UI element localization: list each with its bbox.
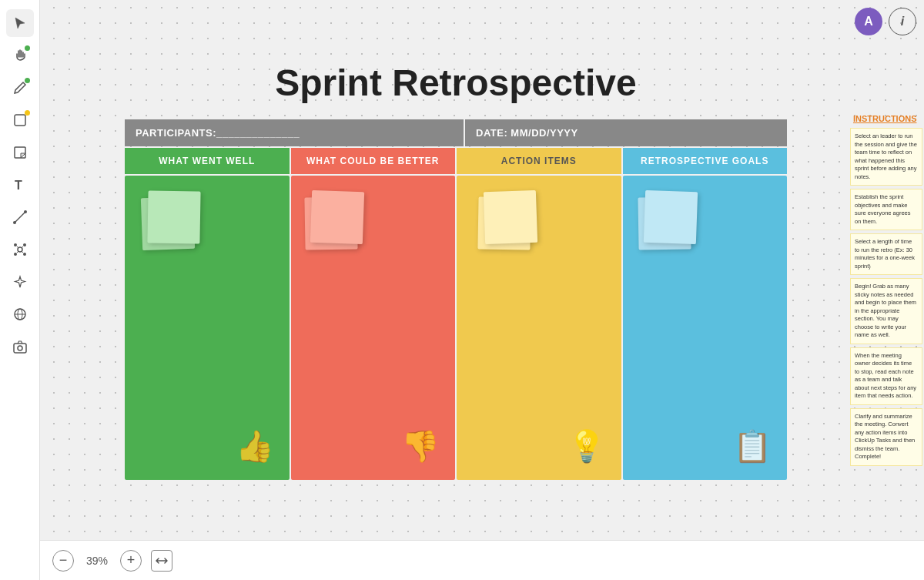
- instruction-step-1: Select an leader to run the session and …: [850, 128, 922, 186]
- columns-header: WHAT WENT WELL WHAT COULD BE BETTER ACTI…: [125, 148, 787, 174]
- instructions-title: INSTRUCTIONS: [850, 114, 922, 123]
- col-header-could-be-better: WHAT COULD BE BETTER: [291, 148, 456, 174]
- instruction-step-5: When the meeting owner decides its time …: [850, 347, 922, 405]
- instructions-panel: INSTRUCTIONS Select an leader to run the…: [850, 114, 922, 469]
- date-bar: DATE: MM/DD/YYYY: [464, 119, 787, 146]
- zoom-decrease-button[interactable]: −: [52, 550, 74, 572]
- svg-text:T: T: [15, 179, 22, 192]
- sticky-note[interactable]: [147, 190, 200, 243]
- left-toolbar: T: [0, 0, 40, 580]
- lightbulb-icon: 💡: [567, 428, 606, 464]
- board-title: Sprint Retrospective: [125, 62, 787, 104]
- top-right-controls: A i: [855, 8, 916, 35]
- svg-rect-0: [15, 115, 25, 126]
- hand-tool[interactable]: [6, 42, 34, 69]
- svg-rect-1: [15, 147, 25, 158]
- svg-point-7: [14, 243, 17, 246]
- svg-rect-18: [14, 344, 26, 353]
- avatar[interactable]: A: [855, 8, 882, 35]
- board-container: Sprint Retrospective PARTICIPANTS:______…: [125, 62, 787, 480]
- info-button[interactable]: i: [889, 8, 916, 35]
- sticky-tool[interactable]: [6, 139, 34, 166]
- thumbs-down-icon: 👎: [401, 428, 440, 464]
- svg-line-12: [22, 246, 23, 248]
- col-body-retro-goals: 📋: [623, 176, 788, 480]
- col-header-action-items: ACTION ITEMS: [457, 148, 621, 174]
- svg-line-11: [17, 246, 18, 248]
- board-header-row: PARTICIPANTS:______________ DATE: MM/DD/…: [125, 119, 787, 146]
- col-body-action-items: 💡: [457, 176, 621, 480]
- col-body-could-be-better: 👎: [291, 176, 456, 480]
- bottom-bar: − 39% +: [40, 540, 924, 580]
- fit-button[interactable]: [151, 550, 172, 572]
- svg-line-3: [15, 212, 25, 223]
- instruction-step-3: Select a length of time to run the retro…: [850, 233, 922, 275]
- ai-tool[interactable]: [6, 268, 34, 296]
- svg-point-5: [24, 210, 27, 213]
- svg-point-8: [23, 243, 26, 246]
- hand-dot: [25, 45, 30, 51]
- svg-point-10: [23, 253, 26, 256]
- canvas-area: Sprint Retrospective PARTICIPANTS:______…: [40, 0, 924, 580]
- pen-dot: [25, 78, 30, 83]
- line-tool[interactable]: [6, 203, 34, 231]
- svg-point-9: [14, 253, 17, 256]
- col-header-went-well: WHAT WENT WELL: [125, 148, 290, 174]
- participants-bar: PARTICIPANTS:______________: [125, 119, 464, 146]
- col-body-went-well: 👍: [125, 176, 290, 480]
- svg-line-14: [22, 251, 23, 253]
- globe-tool[interactable]: [6, 300, 34, 328]
- cursor-tool[interactable]: [6, 9, 34, 37]
- pen-tool[interactable]: [6, 74, 34, 102]
- sticky-note[interactable]: [643, 190, 697, 244]
- shape-tool[interactable]: [6, 106, 34, 134]
- svg-point-19: [18, 346, 22, 350]
- instruction-step-4: Begin! Grab as many sticky notes as need…: [850, 278, 922, 344]
- text-tool[interactable]: T: [6, 171, 34, 199]
- svg-point-4: [13, 221, 16, 224]
- instruction-step-2: Establish the sprint objectives and make…: [850, 189, 922, 230]
- col-header-retro-goals: RETROSPECTIVE GOALS: [623, 148, 788, 174]
- sticky-note[interactable]: [484, 190, 537, 244]
- shape-dot: [25, 110, 30, 116]
- columns-body: 👍 👎 💡 📋: [125, 176, 787, 480]
- camera-tool[interactable]: [6, 333, 34, 360]
- thumbs-up-icon: 👍: [236, 428, 274, 464]
- clipboard-icon: 📋: [733, 428, 772, 464]
- component-tool[interactable]: [6, 236, 34, 263]
- zoom-increase-button[interactable]: +: [120, 550, 142, 572]
- sticky-note[interactable]: [310, 190, 363, 244]
- instruction-step-6: Clarify and summarize the meeting. Conve…: [850, 408, 922, 466]
- svg-line-13: [17, 251, 18, 253]
- zoom-level: 39%: [83, 555, 111, 567]
